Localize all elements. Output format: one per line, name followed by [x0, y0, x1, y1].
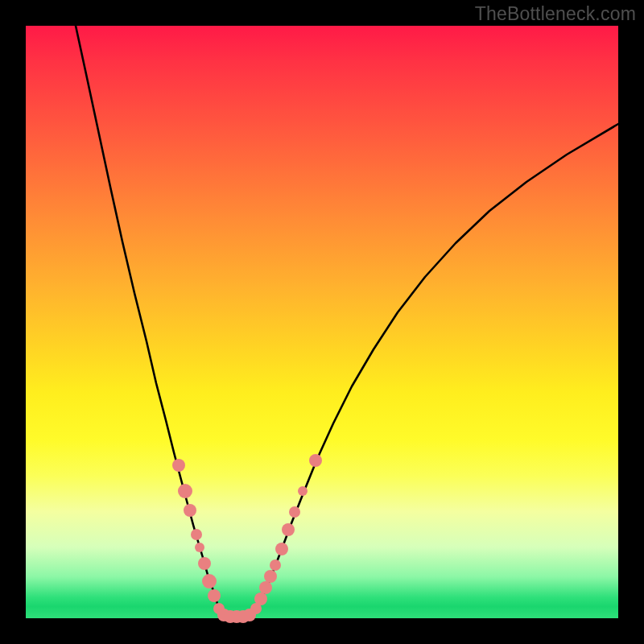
right-marker	[282, 523, 295, 536]
right-marker	[259, 581, 272, 594]
data-markers	[172, 454, 322, 623]
bottleneck-curve	[76, 26, 618, 617]
right-marker	[289, 506, 300, 518]
left-marker	[184, 504, 196, 517]
right-marker	[275, 543, 288, 555]
left-marker	[208, 589, 221, 602]
right-marker	[309, 454, 322, 467]
chart-frame: TheBottleneck.com	[0, 0, 644, 644]
right-marker	[264, 570, 277, 583]
left-marker	[198, 557, 211, 570]
plot-area	[26, 26, 618, 618]
left-marker	[195, 543, 204, 552]
chart-svg	[26, 26, 618, 618]
right-marker	[254, 592, 267, 605]
right-marker	[298, 486, 308, 496]
curve-left-branch	[76, 26, 221, 613]
left-marker	[172, 459, 185, 472]
left-marker	[191, 529, 202, 540]
right-marker	[270, 559, 281, 571]
watermark-text: TheBottleneck.com	[475, 3, 636, 25]
left-marker	[202, 574, 217, 588]
curve-right-branch	[254, 124, 618, 613]
left-marker	[178, 484, 192, 498]
